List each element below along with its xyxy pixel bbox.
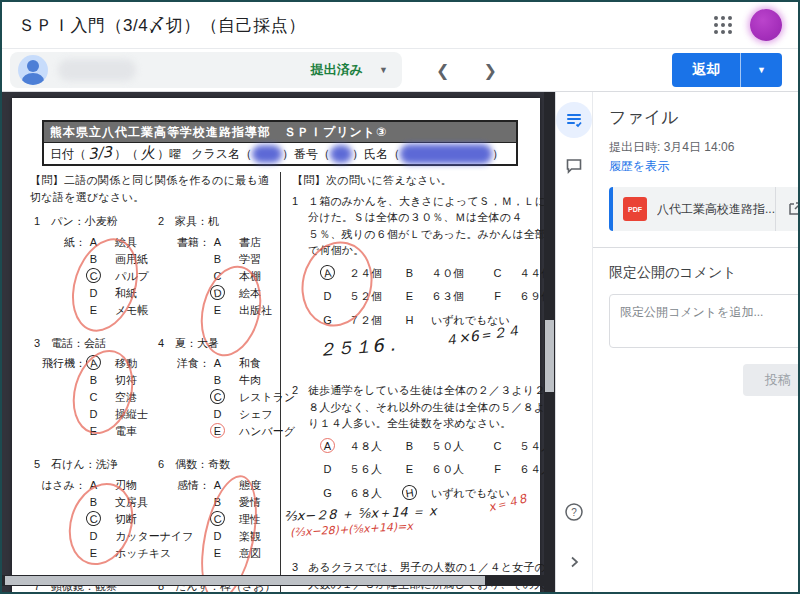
vocab-question-title: 1 パン：小麦粉 [34,213,154,230]
option-letter: C [85,267,102,284]
student-name-blurred [58,59,136,81]
vocab-question: 4 夏：大暑洋食：A 和食B 牛肉C レストランD シェフE ハンバーグ [158,335,276,441]
private-comment-input[interactable] [609,294,800,348]
student-chip[interactable]: 提出済み ▼ [10,52,402,88]
problem-option: G ７２個 [320,312,402,329]
private-comments-title: 限定公開のコメント [609,264,800,282]
vocab-question: 6 偶数：奇数感情：A 態度B 愛情C 理性D 楽観E 意図 [158,456,276,562]
vocab-option: C レストラン [158,389,276,406]
post-comment-button[interactable]: 投稿 [743,364,800,396]
account-avatar[interactable] [750,9,782,41]
option-letter: A [85,354,102,371]
student-name-blurred-doc [400,144,492,164]
option-letter: B [210,252,225,267]
vocab-question-title: 3 電話：会話 [34,335,154,352]
comments-tab-icon[interactable] [556,148,592,184]
option-letter: B [86,495,101,510]
option-letter: G [320,313,335,328]
option-letter: H [402,313,417,328]
option-letter: C [209,388,226,405]
student-avatar [18,55,48,85]
option-letter: C [490,266,505,281]
handwritten-note: (⅔x−28)+(⅝x+14)=x [290,519,414,542]
document-viewer[interactable]: 熊本県立八代工業高等学校進路指導部 ＳＰＩプリント③ 日付（3/3）（火）曜 ク… [2,92,555,594]
option-letter: A [86,235,101,250]
prev-student-button[interactable]: ❮ [436,61,449,80]
vocab-option: C 切断 [34,511,154,528]
viewer-vertical-scrollbar[interactable] [544,92,555,594]
worksheet-header: 熊本県立八代工業高等学校進路指導部 ＳＰＩプリント③ 日付（3/3）（火）曜 ク… [42,120,518,166]
vocab-question-title: 6 偶数：奇数 [158,456,276,473]
vocab-option: E 電車 [34,423,154,440]
viewer-horizontal-scrollbar[interactable] [2,575,544,586]
divider [593,247,800,248]
open-in-new-icon[interactable] [775,187,800,231]
vocab-option: B 学習 [158,251,276,268]
sidebar-content: ファイル 提出日時: 3月4日 14:06 履歴を表示 PDF 八代工業高校進路… [593,92,800,594]
problem-options: A ２４個B ４０個C ４４個D ５２個E ６３個F ６９個G ７２個H いずれ… [320,265,552,329]
problem-option: A ２４個 [320,265,402,282]
vocab-instruction: 【問】二語の関係と同じ関係を作るのに最も適切な語を選びなさい。 [30,172,270,205]
help-icon[interactable]: ? [556,494,592,530]
vocab-question-title: 4 夏：大暑 [158,335,276,352]
option-letter: D [210,407,225,422]
status-dropdown-caret-icon[interactable]: ▼ [379,65,388,75]
vocab-option: E 出版社 [158,302,276,319]
option-letter: G [320,486,335,501]
attachment-card[interactable]: PDF 八代工業高校進路指... [609,187,800,231]
return-button[interactable]: 返却 [672,53,740,87]
problem-option: E ６３個 [402,288,490,305]
vocab-option: はさみ：A 刃物 [34,477,154,494]
option-letter: C [490,439,505,454]
problem-option: B ５０人 [402,438,490,455]
apps-grid-icon[interactable] [714,16,732,34]
collapse-sidebar-chevron-icon[interactable] [556,544,592,580]
problem-option: A ４８人 [320,438,402,455]
vocab-option: 感情：A 態度 [158,477,276,494]
vocab-option: C パルプ [34,268,154,285]
problem-option: B ４０個 [402,265,490,282]
class-name-blurred [252,145,282,163]
vocab-question: 2 家具：机書籍：A 書店B 学習C 本棚D 絵本E 出版社 [158,213,276,319]
option-letter: C [85,510,102,527]
problem-option: G ６８人 [320,485,402,502]
option-letter: C [86,390,101,405]
option-letter: E [402,462,417,477]
vocab-option: B 愛情 [158,494,276,511]
handwritten-day: 火 [139,142,156,166]
problem-option: H いずれでもない [402,485,490,502]
option-letter: A [320,438,335,453]
option-letter: E [86,303,101,318]
option-letter: B [402,266,417,281]
problem-option: C ４４個 [490,265,552,282]
vocab-option: E ホッチキス [34,545,154,562]
vocab-option: C 本棚 [158,268,276,285]
option-letter: A [210,235,225,250]
vocab-option: E ハンバーグ [158,423,276,440]
column-divider [280,172,281,594]
next-student-button[interactable]: ❯ [483,61,496,80]
handwritten-date: 3/3 [87,141,113,166]
option-letter: D [209,284,226,301]
option-letter: B [86,252,101,267]
problem-text: 徒歩通学をしている生徒は全体の２／３より２８人少なく、それ以外の生徒は全体の５／… [308,382,552,432]
vocab-option: E メモ帳 [34,302,154,319]
problem-option: H いずれでもない [402,312,490,329]
option-letter: E [86,546,101,561]
show-history-link[interactable]: 履歴を表示 [609,158,669,175]
option-letter: B [86,373,101,388]
attachment-name: 八代工業高校進路指... [657,201,775,218]
problems-instruction: 【問】次の問いに答えなさい。 [292,172,528,189]
return-dropdown-button[interactable]: ▼ [740,53,782,87]
option-letter: D [86,286,101,301]
option-letter: E [86,424,101,439]
problem-option: F ６９個 [490,288,552,305]
vocab-option: B 切符 [34,372,154,389]
vocab-option: 洋食：A 和食 [158,355,276,372]
option-letter: E [210,546,225,561]
vocab-column: 【問】二語の関係と同じ関係を作るのに最も適切な語を選びなさい。 1 パン：小麦粉… [30,172,280,594]
grading-sidebar: ? ファイル 提出日時: 3月4日 14:06 履歴を表示 PDF 八代工業高校… [555,92,798,594]
option-letter: A [210,356,225,371]
vocab-option: D 和紙 [34,285,154,302]
grading-tab-icon[interactable] [556,102,592,138]
